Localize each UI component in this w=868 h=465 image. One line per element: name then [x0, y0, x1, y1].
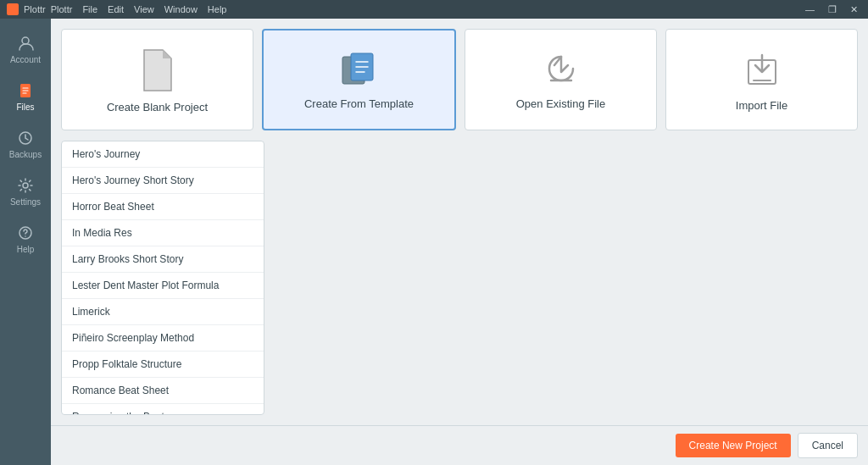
- sidebar-label-files: Files: [16, 102, 34, 112]
- backups-icon: [16, 129, 35, 147]
- svg-point-4: [23, 183, 28, 188]
- account-icon: [16, 34, 35, 53]
- template-list-container: Hero's JourneyHero's Journey Short Story…: [61, 141, 264, 415]
- titlebar-title: Plottr: [24, 4, 46, 14]
- footer: Create New Project Cancel: [51, 425, 868, 465]
- help-icon: [16, 224, 35, 242]
- titlebar-control[interactable]: ❐: [825, 4, 840, 15]
- svg-point-1: [22, 37, 29, 44]
- card-label-template: Create From Template: [304, 97, 414, 110]
- svg-point-6: [25, 235, 26, 237]
- template-list-item[interactable]: Romancing the Beat: [62, 404, 264, 414]
- template-list-item[interactable]: Limerick: [62, 299, 264, 325]
- sidebar-item-settings[interactable]: Settings: [0, 168, 51, 215]
- template-list-item[interactable]: In Media Res: [62, 220, 264, 246]
- app-body: Account Files Backups Settings Help Crea…: [0, 19, 868, 465]
- template-icon: [339, 50, 380, 91]
- app-icon: [7, 3, 19, 15]
- template-list-item[interactable]: Lester Dent Master Plot Formula: [62, 273, 264, 299]
- titlebar-menu-window[interactable]: Window: [164, 4, 198, 14]
- sidebar-label-account: Account: [10, 55, 41, 64]
- open-icon: [539, 50, 583, 91]
- svg-rect-0: [8, 5, 17, 14]
- sidebar-label-help: Help: [17, 245, 35, 254]
- import-icon: [740, 48, 784, 92]
- titlebar-controls[interactable]: —❐✕: [802, 4, 861, 15]
- titlebar: Plottr PlottrFileEditViewWindowHelp —❐✕: [0, 0, 868, 19]
- template-list-item[interactable]: Horror Beat Sheet: [62, 194, 264, 220]
- main-content: Create Blank Project Create From Templat…: [51, 19, 868, 425]
- card-import[interactable]: Import File: [665, 29, 858, 130]
- card-label-import: Import File: [736, 99, 787, 112]
- titlebar-left: Plottr PlottrFileEditViewWindowHelp: [7, 3, 226, 15]
- sidebar-item-help[interactable]: Help: [0, 215, 51, 263]
- sidebar-item-backups[interactable]: Backups: [0, 120, 51, 168]
- sidebar: Account Files Backups Settings Help: [0, 19, 51, 465]
- cancel-button[interactable]: Cancel: [798, 433, 858, 458]
- titlebar-menu-edit[interactable]: Edit: [108, 4, 124, 14]
- card-label-blank: Create Blank Project: [107, 101, 208, 113]
- template-list-item[interactable]: Hero's Journey: [62, 141, 264, 168]
- blank-icon: [137, 47, 178, 94]
- sidebar-label-backups: Backups: [9, 150, 42, 159]
- card-blank[interactable]: Create Blank Project: [61, 29, 253, 130]
- files-icon: [16, 81, 35, 100]
- titlebar-control[interactable]: ✕: [847, 4, 861, 15]
- bottom-section: Hero's JourneyHero's Journey Short Story…: [61, 141, 858, 415]
- card-template[interactable]: Create From Template: [262, 29, 456, 130]
- sidebar-item-account[interactable]: Account: [0, 25, 51, 73]
- template-list-item[interactable]: Romance Beat Sheet: [62, 378, 264, 404]
- titlebar-menu-file[interactable]: File: [82, 4, 97, 14]
- titlebar-menu-view[interactable]: View: [134, 4, 154, 14]
- titlebar-menu-plottr[interactable]: Plottr: [51, 4, 73, 14]
- template-list-item[interactable]: Propp Folktale Structure: [62, 352, 264, 378]
- sidebar-item-files[interactable]: Files: [0, 73, 51, 120]
- create-new-project-button[interactable]: Create New Project: [676, 434, 791, 457]
- card-open[interactable]: Open Existing File: [465, 29, 657, 130]
- settings-icon: [16, 176, 35, 195]
- template-list[interactable]: Hero's JourneyHero's Journey Short Story…: [62, 141, 264, 414]
- titlebar-menu-help[interactable]: Help: [208, 4, 227, 14]
- template-list-item[interactable]: Hero's Journey Short Story: [62, 168, 264, 194]
- sidebar-label-settings: Settings: [10, 197, 41, 207]
- card-label-open: Open Existing File: [516, 97, 606, 110]
- template-list-item[interactable]: Piñeiro Screenplay Method: [62, 325, 264, 352]
- cards-row: Create Blank Project Create From Templat…: [61, 29, 858, 130]
- titlebar-menus[interactable]: PlottrFileEditViewWindowHelp: [51, 4, 227, 14]
- titlebar-control[interactable]: —: [802, 4, 818, 15]
- template-list-item[interactable]: Larry Brooks Short Story: [62, 246, 264, 273]
